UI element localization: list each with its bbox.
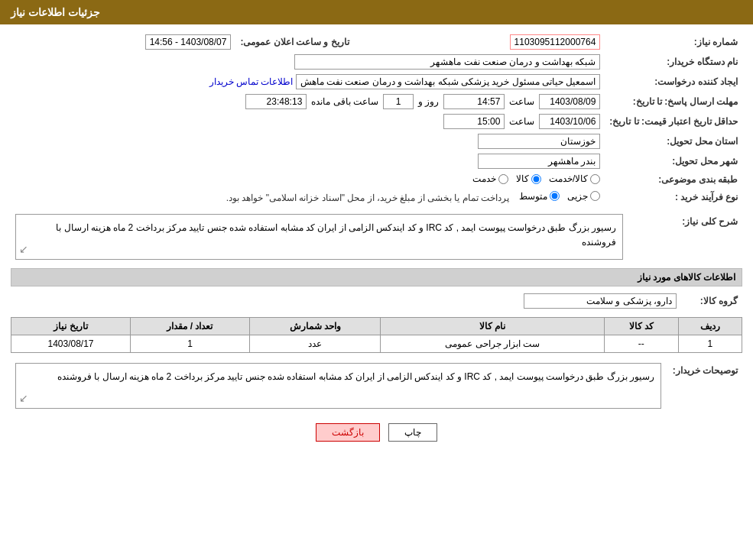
radio-service-label: خدمت xyxy=(472,173,496,184)
row-creator: ایجاد کننده درخواست: اسمعیل حیاتی مسئول … xyxy=(11,72,742,92)
buyer-notes-label: توصیحات خریدار: xyxy=(666,361,742,411)
creator-label: ایجاد کننده درخواست: xyxy=(605,72,742,92)
goods-group-label: گروه کالا: xyxy=(681,291,742,311)
city-label: شهر محل تحویل: xyxy=(605,151,742,171)
items-table-body: 1 -- ست ابزار جراحی عمومی عدد 1 1403/08/… xyxy=(11,335,742,353)
contact-link[interactable]: اطلاعات تماس خریدار xyxy=(209,76,294,87)
province-box: خوزستان xyxy=(478,134,600,149)
items-table-head: ردیف کد کالا نام کالا واحد شمارش تعداد /… xyxy=(11,318,742,335)
radio-medium[interactable] xyxy=(550,191,560,201)
price-deadline-label: حداقل تاریخ اعتبار قیمت: تا تاریخ: xyxy=(605,112,742,131)
date-announce-value: 1403/08/07 - 14:56 xyxy=(11,32,235,52)
creator-value: اسمعیل حیاتی مسئول خرید پزشکی شبکه بهداش… xyxy=(11,72,605,92)
col-row-num: ردیف xyxy=(678,318,742,335)
row-price-deadline: حداقل تاریخ اعتبار قیمت: تا تاریخ: 1403/… xyxy=(11,112,742,131)
row-response-deadline: مهلت ارسال پاسخ: تا تاریخ: 1403/08/09 سا… xyxy=(11,92,742,112)
general-desc-text: رسیور بزرگ طبق درخواست پیوست ایمد , کد I… xyxy=(56,222,616,248)
col-goods-code: کد کالا xyxy=(604,318,678,335)
response-day-box: 1 xyxy=(383,94,414,109)
content-area: شماره نیاز: 1103095112000764 تاریخ و ساع… xyxy=(0,24,753,457)
request-number-value: 1103095112000764 xyxy=(369,32,605,52)
info-table: شماره نیاز: 1103095112000764 تاریخ و ساع… xyxy=(11,32,742,206)
cell-goods-code: -- xyxy=(604,335,678,353)
general-desc-value: رسیور بزرگ طبق درخواست پیوست ایمد , کد I… xyxy=(11,212,628,262)
response-date-box: 1403/08/09 xyxy=(539,94,600,109)
buyer-org-box: شبکه بهداشت و درمان صنعت نفت ماهشهر xyxy=(294,54,600,70)
radio-partial[interactable] xyxy=(590,191,600,201)
process-description: پرداخت تمام یا بخشی از مبلغ خرید، از محل… xyxy=(226,193,509,203)
cell-unit: عدد xyxy=(249,335,381,353)
col-quantity: تعداد / مقدار xyxy=(131,318,250,335)
col-unit: واحد شمارش xyxy=(249,318,381,335)
items-table: ردیف کد کالا نام کالا واحد شمارش تعداد /… xyxy=(11,317,742,353)
goods-group-value: دارو، پزشکی و سلامت xyxy=(11,291,681,311)
row-city: شهر محل تحویل: بندر ماهشهر xyxy=(11,151,742,171)
goods-group-box: دارو، پزشکی و سلامت xyxy=(524,293,677,309)
row-request-number: شماره نیاز: 1103095112000764 تاریخ و ساع… xyxy=(11,32,742,52)
row-category: طبقه بندی موضوعی: کالا/خدمت کالا xyxy=(11,171,742,189)
response-deadline-label: مهلت ارسال پاسخ: تا تاریخ: xyxy=(605,92,742,112)
radio-goods-label: کالا xyxy=(516,173,529,184)
cell-date: 1403/08/17 xyxy=(11,335,131,353)
date-announce-label: تاریخ و ساعت اعلان عمومی: xyxy=(235,32,353,52)
price-date-box: 1403/10/06 xyxy=(539,114,600,129)
response-day-label: روز و xyxy=(418,96,439,107)
response-deadline-value: 1403/08/09 ساعت 14:57 روز و 1 ساعت باقی … xyxy=(11,92,605,112)
buyer-notes-text: رسیور بزرگ طبق درخواست پیوست ایمد , کد I… xyxy=(57,371,654,382)
goods-info-title: اطلاعات کالاهای مورد نیاز xyxy=(11,268,742,286)
back-button[interactable]: بازگشت xyxy=(316,423,380,442)
page-header: جزئیات اطلاعات نیاز xyxy=(0,0,753,24)
col-goods-name: نام کالا xyxy=(381,318,605,335)
buyer-org-label: نام دستگاه خریدار: xyxy=(605,52,742,72)
category-value: کالا/خدمت کالا خدمت xyxy=(11,171,605,189)
buyer-notes-table: توصیحات خریدار: رسیور بزرگ طبق درخواست پ… xyxy=(11,361,742,411)
row-buyer-org: نام دستگاه خریدار: شبکه بهداشت و درمان ص… xyxy=(11,52,742,72)
goods-group-table: گروه کالا: دارو، پزشکی و سلامت xyxy=(11,291,742,311)
response-time-label: ساعت xyxy=(509,96,534,107)
print-button[interactable]: چاپ xyxy=(388,423,437,442)
row-province: استان محل تحویل: خوزستان xyxy=(11,131,742,151)
province-value: خوزستان xyxy=(11,131,605,151)
buyer-notes-value: رسیور بزرگ طبق درخواست پیوست ایمد , کد I… xyxy=(11,361,666,411)
radio-goods-service[interactable] xyxy=(590,174,600,184)
category-label: طبقه بندی موضوعی: xyxy=(605,171,742,189)
row-buyer-notes: توصیحات خریدار: رسیور بزرگ طبق درخواست پ… xyxy=(11,361,742,411)
buttons-row: چاپ بازگشت xyxy=(11,423,742,442)
row-process: نوع فرآیند خرید : جزیی متوسط پرداخت تمام… xyxy=(11,189,742,206)
radio-service[interactable] xyxy=(498,174,508,184)
price-time-label: ساعت xyxy=(509,116,534,127)
response-remaining-label: ساعت باقی مانده xyxy=(311,96,378,107)
cell-quantity: 1 xyxy=(131,335,250,353)
table-row: 1 -- ست ابزار جراحی عمومی عدد 1 1403/08/… xyxy=(11,335,742,353)
general-desc-table: شرح کلی نیاز: رسیور بزرگ طبق درخواست پیو… xyxy=(11,212,742,262)
radio-medium-label: متوسط xyxy=(519,191,547,202)
city-box: بندر ماهشهر xyxy=(478,154,600,169)
row-goods-group: گروه کالا: دارو، پزشکی و سلامت xyxy=(11,291,742,311)
radio-partial-label: جزیی xyxy=(567,191,588,202)
response-remaining-box: 23:48:13 xyxy=(245,94,307,109)
radio-goods-service-label: کالا/خدمت xyxy=(549,173,588,184)
cell-goods-name: ست ابزار جراحی عمومی xyxy=(381,335,605,353)
cell-row-num: 1 xyxy=(678,335,742,353)
page-title: جزئیات اطلاعات نیاز xyxy=(11,6,100,18)
response-time-box: 14:57 xyxy=(443,94,505,109)
buyer-org-value: شبکه بهداشت و درمان صنعت نفت ماهشهر xyxy=(11,52,605,72)
request-number-label: شماره نیاز: xyxy=(605,32,742,52)
price-deadline-value: 1403/10/06 ساعت 15:00 xyxy=(11,112,605,131)
col-date: تاریخ نیاز xyxy=(11,318,131,335)
date-announce-box: 1403/08/07 - 14:56 xyxy=(145,34,232,50)
process-value: جزیی متوسط پرداخت تمام یا بخشی از مبلغ خ… xyxy=(11,189,605,206)
page-wrapper: جزئیات اطلاعات نیاز شماره نیاز: 11030951… xyxy=(0,0,753,560)
request-number-box: 1103095112000764 xyxy=(510,34,601,50)
buyer-notes-box: رسیور بزرگ طبق درخواست پیوست ایمد , کد I… xyxy=(15,363,661,409)
process-label: نوع فرآیند خرید : xyxy=(605,189,742,206)
items-table-header-row: ردیف کد کالا نام کالا واحد شمارش تعداد /… xyxy=(11,318,742,335)
price-time-box: 15:00 xyxy=(443,114,505,129)
province-label: استان محل تحویل: xyxy=(605,131,742,151)
row-general-desc: شرح کلی نیاز: رسیور بزرگ طبق درخواست پیو… xyxy=(11,212,742,262)
radio-goods[interactable] xyxy=(531,174,541,184)
general-desc-label: شرح کلی نیاز: xyxy=(628,212,742,262)
creator-box: اسمعیل حیاتی مسئول خرید پزشکی شبکه بهداش… xyxy=(296,74,601,89)
city-value: بندر ماهشهر xyxy=(11,151,605,171)
general-desc-box: رسیور بزرگ طبق درخواست پیوست ایمد , کد I… xyxy=(15,214,623,260)
